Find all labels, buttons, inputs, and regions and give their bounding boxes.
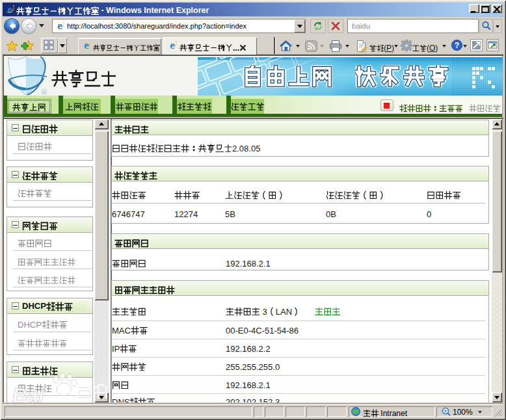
svg-text:R: R [43, 90, 46, 94]
svg-text:Bai: Bai [12, 384, 45, 404]
svg-text:e: e [170, 40, 175, 51]
svg-text:e: e [7, 5, 12, 15]
svg-text:?: ? [455, 41, 459, 50]
svg-text:e: e [57, 21, 62, 31]
svg-text:e: e [84, 40, 89, 51]
